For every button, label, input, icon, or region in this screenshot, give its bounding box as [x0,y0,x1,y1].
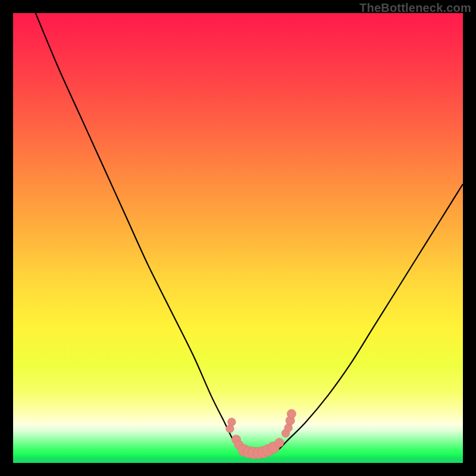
chart-frame: TheBottleneck.com [0,0,476,476]
bottleneck-curve [36,13,463,454]
curve-marker [287,409,296,418]
curve-marker [275,438,284,447]
curve-marker [228,418,236,426]
curve-markers [226,409,296,459]
chart-svg [13,13,463,463]
watermark-text: TheBottleneck.com [359,1,471,15]
